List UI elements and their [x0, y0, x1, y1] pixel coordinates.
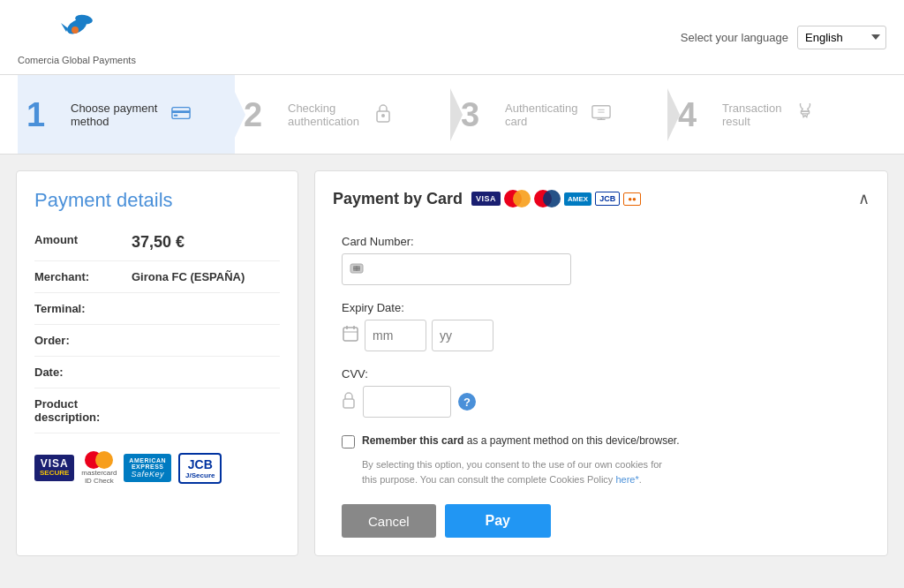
cvv-input[interactable]	[363, 386, 451, 418]
expiry-yy-input[interactable]	[432, 320, 493, 351]
logo-area: Comercia Global Payments	[18, 9, 136, 65]
step-3-number: 3	[461, 98, 496, 132]
collapse-button[interactable]: ∧	[858, 189, 870, 208]
step-4-label: Transactionresult	[722, 102, 781, 128]
diners-icon: ●●	[623, 192, 641, 206]
step-1-label: Choose paymentmethod	[71, 102, 157, 128]
step-2-label: Checkingauthentication	[288, 102, 359, 128]
language-select[interactable]: English Spanish French Portuguese	[797, 26, 886, 49]
visa-secure-badge: VISA SECURE	[34, 455, 74, 481]
card-form: Card Number: Expiry Date:	[333, 235, 870, 538]
cancel-button[interactable]: Cancel	[342, 504, 436, 538]
cvv-lock-icon	[342, 391, 356, 413]
order-row: Order:	[34, 325, 280, 357]
step-1-icon	[171, 103, 191, 125]
terminal-row: Terminal:	[34, 293, 280, 325]
cvv-label: CVV:	[342, 367, 861, 381]
product-row: Productdescription:	[34, 388, 280, 433]
remember-card-checkbox[interactable]	[342, 435, 355, 449]
cookie-link[interactable]: here*	[615, 474, 638, 485]
language-selector-area: Select your language English Spanish Fre…	[681, 26, 886, 49]
svg-rect-19	[343, 328, 358, 341]
payment-details-title: Payment details	[34, 189, 280, 212]
card-logos-bottom: VISA SECURE mastercardID Check AMERICAN …	[34, 451, 280, 486]
payment-card-title-row: Payment by Card VISA AMEX JCB ●●	[333, 190, 641, 208]
order-label: Order:	[34, 334, 132, 347]
terminal-label: Terminal:	[34, 302, 132, 315]
left-panel: Payment details Amount 37,50 € Merchant:…	[16, 170, 298, 556]
step-1: 1 Choose paymentmethod	[18, 75, 235, 154]
cookie-notice: By selecting this option, you consent to…	[342, 457, 677, 486]
date-row: Date:	[34, 357, 280, 388]
merchant-value: Girona FC (ESPAÑA)	[132, 270, 245, 283]
remember-card-text: Remember this card as a payment method o…	[362, 433, 680, 449]
step-2-number: 2	[244, 98, 279, 132]
card-number-group: Card Number:	[342, 235, 861, 285]
maestro-icon	[534, 190, 561, 207]
jcb-badge: JCB J/Secure	[178, 453, 222, 484]
svg-marker-3	[61, 23, 68, 32]
merchant-row: Merchant: Girona FC (ESPAÑA)	[34, 261, 280, 293]
step-4-number: 4	[678, 98, 713, 132]
step-4-icon	[795, 103, 815, 125]
lang-label: Select your language	[681, 31, 788, 44]
product-label: Productdescription:	[34, 397, 132, 424]
step-3: 3 Authenticatingcard	[452, 75, 669, 154]
svg-point-8	[381, 114, 385, 117]
step-2: 2 Checkingauthentication	[235, 75, 452, 154]
expiry-date-group: Expiry Date:	[342, 301, 861, 351]
card-chip-icon	[350, 261, 364, 277]
step-4: 4 Transactionresult	[669, 75, 886, 154]
card-network-icons: VISA AMEX JCB ●●	[471, 190, 641, 207]
mastercard-icon	[504, 190, 531, 207]
amex-badge: AMERICAN EXPRESS SafeKey	[124, 454, 171, 482]
amount-label: Amount	[34, 233, 132, 246]
pay-button[interactable]: Pay	[445, 504, 551, 538]
cvv-row: ?	[342, 386, 861, 418]
merchant-label: Merchant:	[34, 270, 132, 283]
step-3-icon	[591, 103, 611, 125]
amex-icon: AMEX	[564, 192, 591, 206]
card-number-input-wrapper	[342, 253, 571, 285]
svg-rect-14	[802, 111, 810, 114]
action-buttons: Cancel Pay	[342, 504, 861, 538]
header: Comercia Global Payments Select your lan…	[0, 0, 904, 75]
cvv-help-icon[interactable]: ?	[458, 393, 476, 411]
step-2-icon	[373, 103, 393, 125]
amount-row: Amount 37,50 €	[34, 224, 280, 261]
card-number-label: Card Number:	[342, 235, 861, 248]
card-number-input[interactable]	[369, 254, 563, 284]
expiry-row	[342, 320, 861, 351]
mastercard-badge: mastercardID Check	[81, 451, 117, 486]
expiry-mm-input[interactable]	[365, 320, 426, 351]
date-label: Date:	[34, 366, 132, 379]
steps-bar: 1 Choose paymentmethod 2 Checkingauthent…	[0, 75, 904, 155]
remember-card-row: Remember this card as a payment method o…	[342, 433, 861, 449]
step-1-number: 1	[26, 98, 62, 132]
amount-value: 37,50 €	[132, 233, 185, 252]
logo-svg	[41, 9, 112, 53]
right-panel: Payment by Card VISA AMEX JCB ●●	[314, 170, 888, 556]
payment-card-header: Payment by Card VISA AMEX JCB ●●	[333, 189, 870, 217]
main-content: Payment details Amount 37,50 € Merchant:…	[0, 155, 904, 572]
calendar-icon	[342, 325, 359, 346]
visa-icon: VISA	[471, 192, 501, 206]
step-3-label: Authenticatingcard	[505, 102, 577, 128]
expiry-label: Expiry Date:	[342, 301, 861, 314]
logo-text: Comercia Global Payments	[18, 55, 136, 65]
svg-point-2	[72, 26, 79, 34]
svg-rect-23	[343, 399, 354, 408]
jcb-icon: JCB	[595, 192, 620, 206]
remember-bold: Remember this card	[362, 434, 463, 447]
details-table: Amount 37,50 € Merchant: Girona FC (ESPA…	[34, 224, 280, 433]
payment-card-title: Payment by Card	[333, 190, 463, 208]
cvv-group: CVV: ?	[342, 367, 861, 418]
svg-rect-6	[174, 115, 178, 117]
remember-rest: as a payment method on this device/brows…	[463, 434, 679, 447]
svg-rect-5	[172, 110, 190, 113]
